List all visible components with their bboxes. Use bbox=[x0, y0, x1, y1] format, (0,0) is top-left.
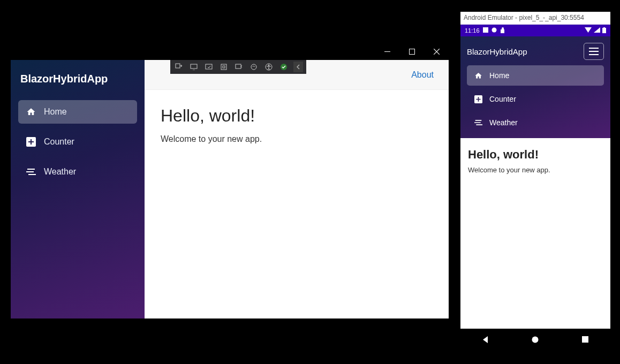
svg-rect-19 bbox=[582, 336, 588, 343]
list-icon bbox=[473, 118, 483, 127]
desktop-window: BlazorHybridApp Home Counter bbox=[11, 43, 449, 318]
window-maximize-button[interactable] bbox=[399, 43, 424, 60]
nav-item-label: Weather bbox=[489, 118, 518, 127]
nav-item-weather[interactable]: Weather bbox=[467, 112, 604, 133]
window-minimize-button[interactable] bbox=[375, 43, 399, 60]
android-statusbar: 11:16 bbox=[460, 25, 610, 36]
debug-check-icon[interactable] bbox=[278, 62, 289, 72]
sidebar-item-weather[interactable]: Weather bbox=[18, 160, 137, 184]
window-titlebar bbox=[11, 43, 449, 60]
svg-rect-8 bbox=[236, 64, 241, 69]
status-app-icon bbox=[500, 27, 505, 34]
debug-toolbar bbox=[170, 60, 306, 74]
svg-rect-4 bbox=[191, 64, 197, 69]
hamburger-menu-button[interactable] bbox=[584, 43, 604, 60]
page-welcome: Welcome to your new app. bbox=[468, 166, 603, 174]
android-home-button[interactable] bbox=[528, 332, 542, 346]
svg-rect-16 bbox=[603, 27, 605, 28]
svg-rect-0 bbox=[384, 51, 390, 52]
home-icon bbox=[26, 107, 36, 117]
desktop-main: Hello, world! Welcome to your new app. bbox=[145, 90, 449, 160]
phone-frame: 11:16 BlazorHybridApp bbox=[460, 25, 610, 350]
sidebar-item-label: Weather bbox=[44, 167, 76, 177]
desktop-sidebar: BlazorHybridApp Home Counter bbox=[11, 60, 145, 318]
svg-rect-15 bbox=[602, 28, 606, 33]
svg-rect-6 bbox=[221, 64, 226, 70]
phone-brand: BlazorHybridApp bbox=[467, 47, 527, 56]
desktop-topbar: About bbox=[145, 60, 449, 90]
status-notification-icon bbox=[483, 27, 488, 34]
android-emulator-window: Android Emulator - pixel_5_-_api_30:5554… bbox=[460, 12, 610, 350]
svg-point-14 bbox=[492, 28, 496, 33]
debug-screen-icon[interactable] bbox=[203, 62, 214, 72]
plus-icon bbox=[473, 94, 483, 104]
status-debug-icon bbox=[492, 27, 497, 34]
android-recent-button[interactable] bbox=[578, 332, 592, 346]
debug-collapse-icon[interactable] bbox=[293, 62, 303, 72]
svg-rect-1 bbox=[409, 49, 414, 54]
sidebar-item-label: Home bbox=[44, 107, 67, 117]
list-icon bbox=[26, 166, 36, 177]
about-link[interactable]: About bbox=[411, 70, 434, 80]
battery-icon bbox=[602, 27, 606, 34]
nav-item-home[interactable]: Home bbox=[467, 65, 604, 86]
nav-item-label: Counter bbox=[489, 95, 516, 103]
debug-square-icon[interactable] bbox=[218, 62, 229, 72]
sidebar-item-label: Counter bbox=[44, 137, 74, 147]
debug-reload-icon[interactable] bbox=[233, 62, 244, 72]
emulator-title: Android Emulator - pixel_5_-_api_30:5554 bbox=[460, 12, 610, 25]
svg-rect-7 bbox=[223, 66, 225, 68]
sidebar-item-counter[interactable]: Counter bbox=[18, 130, 137, 154]
desktop-brand: BlazorHybridApp bbox=[20, 73, 135, 85]
phone-app: BlazorHybridApp Home Counter bbox=[460, 36, 610, 329]
debug-hand-icon[interactable] bbox=[248, 62, 259, 72]
sidebar-item-home[interactable]: Home bbox=[18, 100, 137, 124]
debug-device-icon[interactable] bbox=[188, 62, 199, 72]
svg-point-18 bbox=[532, 336, 539, 343]
page-heading: Hello, world! bbox=[468, 148, 603, 162]
home-icon bbox=[473, 71, 483, 80]
nav-item-counter[interactable]: Counter bbox=[467, 89, 604, 109]
signal-icon bbox=[594, 27, 600, 34]
svg-point-9 bbox=[251, 64, 256, 70]
plus-icon bbox=[26, 136, 36, 147]
nav-item-label: Home bbox=[489, 71, 509, 80]
svg-rect-13 bbox=[483, 27, 488, 33]
phone-content: Hello, world! Welcome to your new app. bbox=[460, 138, 610, 329]
desktop-content: About Hello, world! Welcome to your new … bbox=[145, 60, 449, 318]
android-back-button[interactable] bbox=[479, 332, 493, 346]
status-clock: 11:16 bbox=[465, 27, 480, 34]
page-heading: Hello, world! bbox=[161, 106, 433, 126]
desktop-nav: Home Counter Weather bbox=[18, 100, 137, 184]
window-close-button[interactable] bbox=[424, 43, 449, 60]
page-welcome: Welcome to your new app. bbox=[161, 134, 433, 144]
phone-nav: Home Counter Weather bbox=[467, 65, 604, 133]
android-navbar bbox=[460, 329, 610, 350]
debug-step-icon[interactable] bbox=[173, 62, 184, 72]
svg-point-11 bbox=[268, 65, 269, 66]
debug-accessibility-icon[interactable] bbox=[263, 62, 274, 72]
svg-rect-3 bbox=[176, 64, 180, 68]
phone-header: BlazorHybridApp Home Counter bbox=[460, 36, 610, 138]
wifi-icon bbox=[585, 27, 592, 34]
